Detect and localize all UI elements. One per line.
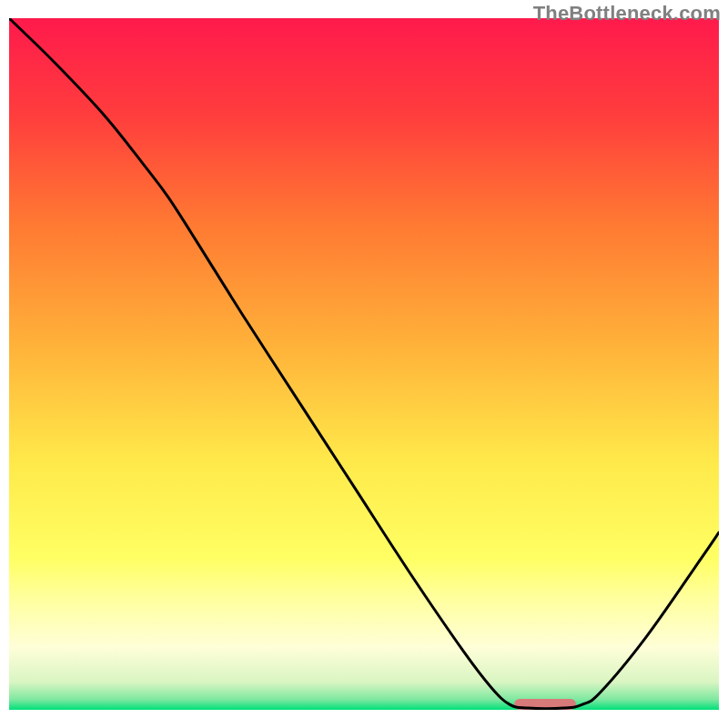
chart-svg <box>0 0 728 728</box>
watermark-text: TheBottleneck.com <box>533 2 721 25</box>
gradient-background <box>9 18 719 710</box>
bottleneck-chart: TheBottleneck.com <box>0 0 728 728</box>
